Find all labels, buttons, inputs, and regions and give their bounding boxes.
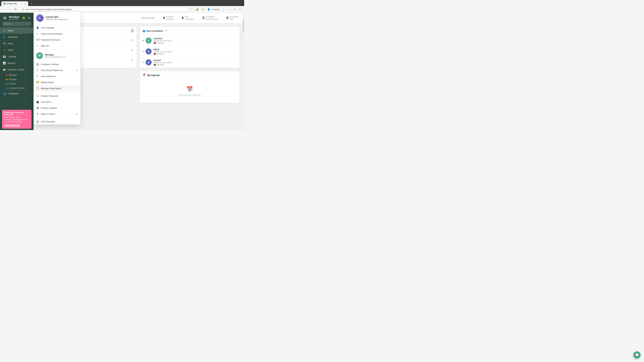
- billing-label: Billing Details: [41, 81, 54, 84]
- dropdown-item-keyboard[interactable]: ⌨ Keyboard Shortcuts: [34, 37, 80, 43]
- dropdown-item-subscription[interactable]: 📋 Manage Subscription: [34, 85, 80, 91]
- browser-tab-bar: B Breezy HR ✕ ＋: [0, 0, 244, 6]
- sidebar-item-tasks[interactable]: ✓ Tasks: [0, 47, 34, 53]
- browser-menu-button[interactable]: ⋮: [221, 7, 226, 11]
- dropdown-company-avatar: M: [36, 52, 43, 59]
- signout-label: Sign out: [41, 44, 49, 47]
- help-icon: ℹ: [36, 32, 39, 35]
- stat-number-2: 3: [202, 16, 204, 20]
- sidebar-item-calendar-label: Calendar: [8, 55, 16, 58]
- sidebar-item-applicants-label: Applicants: [8, 36, 18, 38]
- designer-label: Designer: [9, 78, 17, 81]
- positions-settings-button[interactable]: ⚙: [131, 29, 134, 32]
- stat-desc-2: Candidates Moved Forward: [206, 15, 218, 20]
- dropdown-user-avatar: L: [36, 14, 44, 22]
- position-actions-1: ⚙: [130, 48, 134, 52]
- sidebar-nav: ⌂ Home 👤 Applicants ✉ Inbox ✓ Tasks 📅 Ca…: [0, 27, 34, 108]
- company-settings-label: Company Settings: [41, 63, 59, 65]
- dropdown-item-recruiting-prefs[interactable]: ⚙ Recruiting Preferences ▶: [34, 67, 80, 73]
- candidate-item-0[interactable]: C chesssy Added by Lauren Deli 💼 Manager: [140, 35, 240, 46]
- browser-tab[interactable]: B Breezy HR ✕: [1, 1, 28, 6]
- browser-back-button[interactable]: ←: [2, 7, 6, 11]
- dropdown-item-help[interactable]: ℹ Help & Documentation: [34, 31, 80, 37]
- scrollbar[interactable]: [243, 13, 244, 130]
- address-bar[interactable]: 🔒 app.breezy.hr/app/c/moodjoy/company/se…: [19, 7, 188, 11]
- briefcase-icon-1: 💼: [154, 53, 156, 55]
- candidate-info-2: branon Added by Lauren Deli 💼 Manager: [154, 59, 237, 66]
- recruiting-prefs-label: Recruiting Preferences: [41, 69, 63, 71]
- subscription-icon: 📋: [36, 87, 39, 90]
- dropdown-divider-3: [34, 118, 80, 118]
- dropdown-user-section: L Lauren Deli 840ea2f0@moodjoy.com: [34, 12, 80, 25]
- dropdown-item-add-company[interactable]: 🏢 Add Company: [34, 118, 80, 124]
- dropdown-company-section: M Moodjoy https://moodjoy.breezy.hr/: [34, 50, 80, 61]
- browser-refresh-button[interactable]: ↻: [14, 7, 18, 11]
- help-label: Help & Documentation: [41, 32, 63, 35]
- browser-forward-button[interactable]: →: [8, 7, 12, 11]
- dropdown-company-menu: 🏢 Company Settings ⚙ Recruiting Preferen…: [34, 61, 80, 91]
- sidebar-item-inbox[interactable]: ✉ Inbox: [0, 40, 34, 47]
- new-candidates-header-content: 👥 New Candidates ▼: [142, 29, 169, 33]
- stat-desc-3: Candidates Hired: [230, 15, 239, 20]
- search-input[interactable]: [2, 22, 32, 26]
- new-tab-button[interactable]: ＋: [28, 1, 34, 5]
- dropdown-item-feature[interactable]: ⭐ Feature Requests: [34, 93, 80, 99]
- sidebar-item-calendar[interactable]: 📅 Calendar: [0, 53, 34, 60]
- dropdown-item-billing[interactable]: 💳 Billing Details: [34, 79, 80, 85]
- dropdown-item-product-updates[interactable]: 📣 Product Updates: [34, 105, 80, 111]
- dropdown-company-name: Moodjoy: [45, 53, 66, 56]
- feature-label: Feature Requests: [41, 95, 58, 97]
- settings-button[interactable]: ⚙: [27, 15, 31, 20]
- extensions-button[interactable]: 🧩: [195, 7, 200, 11]
- dropdown-item-user-settings[interactable]: 👤 User Settings: [34, 25, 80, 31]
- minimize-button[interactable]: —: [228, 7, 232, 11]
- dropdown-company-url: https://moodjoy.breezy.hr/: [45, 56, 66, 58]
- maximize-button[interactable]: ❐: [232, 7, 237, 11]
- dropdown-item-company-settings[interactable]: 🏢 Company Settings: [34, 61, 80, 67]
- stat-divider-1: [178, 15, 178, 20]
- candidate-item-1[interactable]: B black Added by Lauren Deli 💼 Manager: [140, 46, 240, 57]
- finance-label: Finance: [9, 83, 16, 85]
- dropdown-user-info: Lauren Deli 840ea2f0@moodjoy.com: [46, 15, 68, 21]
- candidate-item-2[interactable]: B branon Added by Lauren Deli 💼 Manager: [140, 57, 240, 68]
- sidebar-subitem-manager[interactable]: Manager: [0, 73, 34, 77]
- add-company-label: Add Company: [41, 120, 55, 123]
- position-settings-btn-2[interactable]: ⚙: [130, 58, 134, 63]
- dropdown-item-refer[interactable]: ❤ Refer a Friend ▶: [34, 111, 80, 117]
- dropdown-item-signout[interactable]: ↩ Sign out: [34, 43, 80, 49]
- sidebar-item-candidates[interactable]: 👥 Candidates: [0, 90, 34, 97]
- applicants-icon: 👤: [3, 35, 6, 38]
- sidebar-item-positions[interactable]: 📁 Positions / Pools: [0, 66, 34, 73]
- stat-desc-1: New Candidates: [185, 15, 194, 20]
- dropdown-item-demo[interactable]: 🎬 Live Demo: [34, 99, 80, 105]
- agenda-icon: 📅: [142, 73, 146, 77]
- position-settings-btn-0[interactable]: ⚙: [130, 38, 134, 42]
- sidebar-subitem-designer[interactable]: Designer: [0, 77, 34, 82]
- sidebar-subitem-finance[interactable]: Finance: [0, 82, 34, 86]
- sidebar-item-home[interactable]: ⌂ Home: [0, 27, 34, 34]
- dropdown-item-invite[interactable]: ✉ Invite Members: [34, 73, 80, 79]
- downloads-button[interactable]: ⬇: [201, 7, 205, 11]
- recruiting-prefs-icon: ⚙: [36, 69, 39, 71]
- new-indicator-1: [142, 51, 144, 52]
- position-settings-btn-1[interactable]: ⚙: [130, 48, 134, 52]
- profile-button[interactable]: 👤: [206, 7, 211, 11]
- sidebar-item-positions-label: Positions / Pools: [8, 68, 24, 71]
- new-candidates-label: New Candidates: [146, 30, 163, 32]
- sidebar-subitem-customer-service[interactable]: Customer Service: [0, 86, 34, 90]
- promo-title: Introducing Perform by Breezy HR: [4, 111, 30, 115]
- tab-close-icon[interactable]: ✕: [24, 2, 26, 5]
- signout-icon: ↩: [36, 44, 39, 47]
- notifications-button[interactable]: 🔔: [22, 15, 26, 20]
- sidebar-collapse-button[interactable]: ◀: [3, 16, 7, 20]
- sidebar-item-applicants[interactable]: 👤 Applicants: [0, 34, 34, 40]
- invite-label: Invite Members: [41, 75, 56, 78]
- sidebar-item-reports[interactable]: 📊 Reports: [0, 60, 34, 66]
- new-candidates-dropdown[interactable]: ▼: [164, 29, 169, 33]
- candidate-name-1: black: [154, 48, 237, 51]
- switch-companies-button[interactable]: Switch Companies: [4, 124, 20, 127]
- close-button[interactable]: ✕: [238, 7, 242, 11]
- bookmark-button[interactable]: ☆: [189, 7, 194, 11]
- dropdown-divider-2: [34, 92, 80, 92]
- sidebar-brand[interactable]: Moodjoy Lauren Deli: [9, 15, 19, 20]
